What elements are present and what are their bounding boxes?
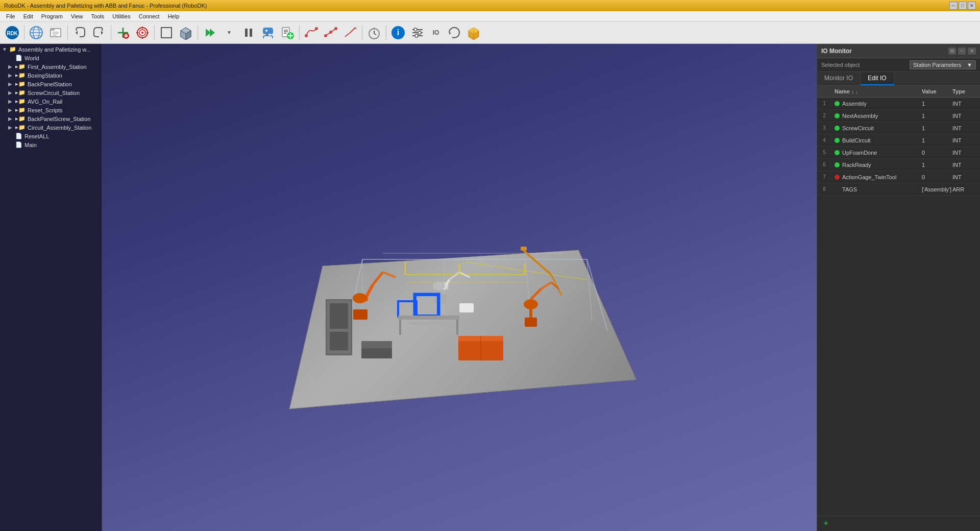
toolbar-separator-3 xyxy=(111,25,111,40)
info-btn[interactable]: i xyxy=(389,23,407,42)
io-row-4[interactable]: 4 BuildCircuit 1 INT xyxy=(817,134,980,147)
tree-label-2: First_Assembly_Station xyxy=(28,64,87,70)
python-btn[interactable] xyxy=(259,23,277,42)
globe-btn[interactable] xyxy=(27,23,45,42)
io-row-1[interactable]: 1 Assembly 1 INT xyxy=(817,98,980,110)
tree-item-7[interactable]: ▶ ▸📁 Reset_Scripts xyxy=(0,106,102,114)
pause-btn[interactable] xyxy=(239,23,258,42)
io-col-value: Value xyxy=(919,87,949,95)
io-cell-name-7: ActionGage_TwinTool xyxy=(831,173,919,182)
title-bar: RoboDK - Assembly and Palletizing with A… xyxy=(0,0,980,11)
svg-point-55 xyxy=(329,31,332,34)
tree-item-5[interactable]: ▶ ▸📁 ScrewCircuit_Station xyxy=(0,88,102,97)
tree-item-6[interactable]: ▶ ▸📁 AVG_On_Rail xyxy=(0,97,102,106)
io-panel-controls: ⧉ ─ ✕ xyxy=(948,47,976,55)
tree-icon-1: 📄 xyxy=(15,55,22,61)
svg-point-69 xyxy=(415,34,418,37)
select-btn[interactable] xyxy=(133,23,152,42)
robodk-logo-btn[interactable]: RDK xyxy=(3,23,21,42)
io-status-dot-5 xyxy=(835,150,840,155)
run-chevron-btn[interactable]: ▼ xyxy=(220,23,238,42)
menu-item-view[interactable]: View xyxy=(67,12,87,20)
tree-item-11[interactable]: 📄 Main xyxy=(0,140,102,149)
io-row-8[interactable]: 8 TAGS ['Assembly'] ARR xyxy=(817,183,980,196)
io-row-7[interactable]: 7 ActionGage_TwinTool 0 INT xyxy=(817,171,980,183)
close-btn[interactable]: ✕ xyxy=(968,2,976,10)
io-cell-name-5: UpFoamDone xyxy=(831,148,919,157)
toolbar-separator-1 xyxy=(24,25,24,40)
run-all-btn[interactable] xyxy=(201,23,219,42)
io-cell-value-6: 1 xyxy=(919,160,949,170)
path2-btn[interactable] xyxy=(322,23,340,42)
io-cell-num-5: 5 xyxy=(817,148,831,157)
io-panel-close-btn[interactable]: ✕ xyxy=(968,47,976,55)
io-name-text-3: ScrewCircuit xyxy=(842,125,874,131)
menu-item-edit[interactable]: Edit xyxy=(19,12,37,20)
io-tab-monitor[interactable]: Monitor IO xyxy=(817,72,861,85)
io-row-2[interactable]: 2 NextAssembly 1 INT xyxy=(817,110,980,122)
tree-items: 📄 World ▶ ▸📁 First_Assembly_Station ▶ ▸📁… xyxy=(0,54,102,149)
open-file-btn[interactable] xyxy=(46,23,65,42)
station-params-btn[interactable] xyxy=(408,23,427,42)
io-cell-num-2: 2 xyxy=(817,111,831,120)
undo-btn[interactable] xyxy=(70,23,89,42)
redo-btn[interactable] xyxy=(90,23,108,42)
menu-item-tools[interactable]: Tools xyxy=(87,12,109,20)
3d-viewport[interactable] xyxy=(102,44,817,531)
io-panel-pin-btn[interactable]: ─ xyxy=(958,47,966,55)
timer-btn[interactable] xyxy=(365,23,383,42)
scene-3d xyxy=(281,173,638,428)
refresh-btn[interactable] xyxy=(445,23,463,42)
io-table-body: 1 Assembly 1 INT 2 NextAssembly 1 INT 3 … xyxy=(817,98,980,516)
maximize-btn[interactable]: □ xyxy=(959,2,967,10)
path3-btn[interactable] xyxy=(341,23,359,42)
tree-item-10[interactable]: 📄 ResetALL xyxy=(0,132,102,140)
tree-icon-4: ▸📁 xyxy=(15,81,26,87)
tree-item-3[interactable]: ▶ ▸📁 BoxingStation xyxy=(0,71,102,80)
io-monitor-btn[interactable]: IO xyxy=(428,23,444,42)
new-prog-btn[interactable] xyxy=(278,23,297,42)
tree-item-9[interactable]: ▶ ▸📁 Circuit_Assembly_Station xyxy=(0,123,102,132)
io-col-name[interactable]: Name ↓ xyxy=(831,87,919,95)
menu-item-help[interactable]: Help xyxy=(164,12,184,20)
menu-item-utilities[interactable]: Utilities xyxy=(108,12,134,20)
io-add-btn[interactable]: + xyxy=(821,518,831,529)
io-row-5[interactable]: 5 UpFoamDone 0 INT xyxy=(817,147,980,159)
tree-item-4[interactable]: ▶ ▸📁 BackPanelStation xyxy=(0,80,102,88)
tree-item-2[interactable]: ▶ ▸📁 First_Assembly_Station xyxy=(0,62,102,71)
view-cube-btn[interactable] xyxy=(177,23,195,42)
selected-object-dropdown[interactable]: Station Parameters ▼ xyxy=(910,60,976,69)
io-name-text-4: BuildCircuit xyxy=(842,137,871,143)
io-name-text-6: RackReady xyxy=(842,162,871,168)
io-panel-float-btn[interactable]: ⧉ xyxy=(948,47,956,55)
tree-arrow-7: ▶ xyxy=(8,107,14,113)
menu-bar: FileEditProgramViewToolsUtilitiesConnect… xyxy=(0,11,980,21)
fit-all-btn[interactable] xyxy=(157,23,176,42)
menu-item-program[interactable]: Program xyxy=(37,12,67,20)
io-monitor-panel: IO Monitor ⧉ ─ ✕ Selected object Station… xyxy=(817,44,980,531)
menu-item-file[interactable]: File xyxy=(2,12,19,20)
menu-item-connect[interactable]: Connect xyxy=(135,12,164,20)
tree-arrow-3: ▶ xyxy=(8,73,14,78)
io-tabs: Monitor IOEdit IO xyxy=(817,72,980,86)
toolbar: RDK xyxy=(0,21,980,44)
tree-item-1[interactable]: 📄 World xyxy=(0,54,102,62)
package-btn[interactable] xyxy=(464,23,483,42)
window-title: RoboDK - Assembly and Palletizing with A… xyxy=(4,3,207,9)
svg-marker-12 xyxy=(76,31,78,35)
toolbar-separator-7 xyxy=(362,25,362,40)
io-add-row: + xyxy=(817,516,980,531)
path1-btn[interactable] xyxy=(302,23,321,42)
tree-root-item[interactable]: ▼ 📁 Assembly and Palletizing w... xyxy=(0,44,102,54)
tree-label-11: Main xyxy=(24,142,37,148)
io-panel-header: IO Monitor ⧉ ─ ✕ xyxy=(817,44,980,58)
io-cell-num-8: 8 xyxy=(817,185,831,194)
io-row-6[interactable]: 6 RackReady 1 INT xyxy=(817,159,980,171)
io-cell-value-8: ['Assembly'] xyxy=(919,185,949,194)
minimize-btn[interactable]: ─ xyxy=(949,2,958,10)
tree-item-8[interactable]: ▶ ▸📁 BackPanelScrew_Station xyxy=(0,114,102,123)
io-tab-edit[interactable]: Edit IO xyxy=(861,72,894,85)
tree-arrow-8: ▶ xyxy=(8,116,14,122)
io-row-3[interactable]: 3 ScrewCircuit 1 INT xyxy=(817,122,980,134)
add-target-btn[interactable] xyxy=(114,23,132,42)
